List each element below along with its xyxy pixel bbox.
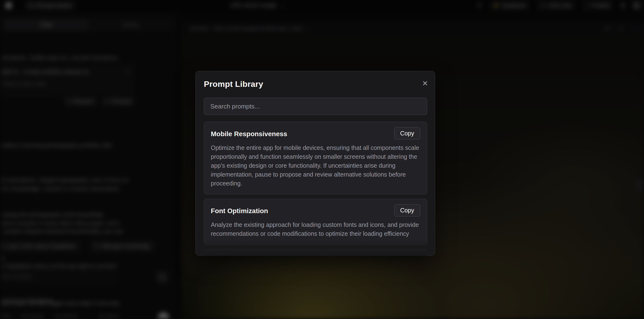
app-screen: Prompt Library artfo visual voyage ⌄ ⚙ ⚡… — [0, 0, 644, 319]
prompt-body: Optimize the entire app for mobile devic… — [211, 144, 420, 188]
prompt-title: Font Optimization — [211, 207, 268, 215]
prompt-card-font-optimization[interactable]: Font Optimization Copy Analyze the exist… — [204, 199, 427, 245]
close-icon[interactable]: ✕ — [422, 80, 428, 87]
prompt-list: Mobile Responsiveness Copy Optimize the … — [204, 122, 427, 256]
prompt-title: Mobile Responsiveness — [211, 130, 287, 138]
search-input[interactable] — [204, 98, 427, 115]
prompt-body: Analyze the existing approach for loadin… — [211, 220, 420, 238]
prompt-card-mobile-responsiveness[interactable]: Mobile Responsiveness Copy Optimize the … — [204, 122, 427, 194]
copy-button[interactable]: Copy — [394, 127, 420, 140]
copy-button[interactable]: Copy — [394, 204, 420, 216]
modal-title: Prompt Library — [204, 80, 263, 89]
scroll-fade — [204, 238, 427, 256]
prompt-library-modal: Prompt Library ✕ Mobile Responsiveness C… — [196, 71, 435, 256]
